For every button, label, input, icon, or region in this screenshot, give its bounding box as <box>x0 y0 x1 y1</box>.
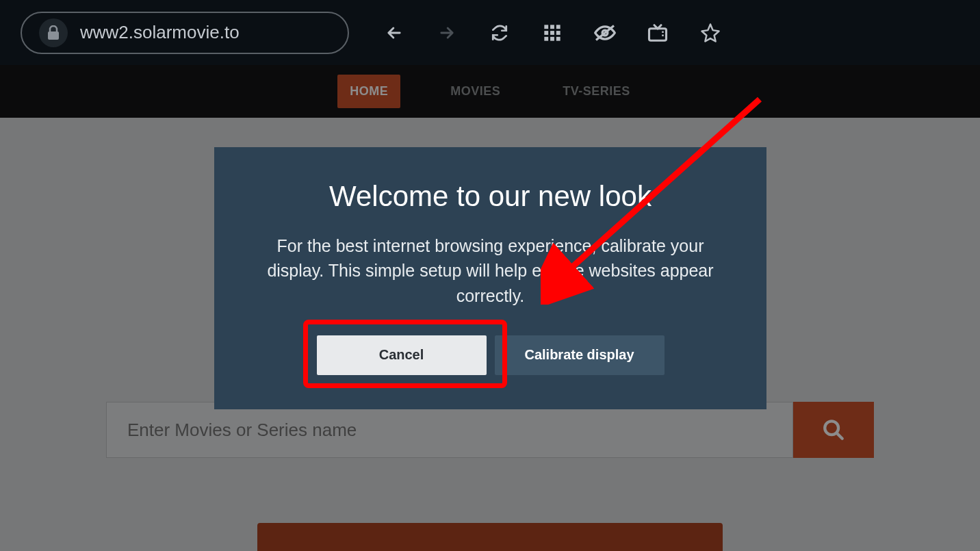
svg-rect-8 <box>550 36 554 40</box>
svg-rect-2 <box>550 25 554 29</box>
browser-toolbar: www2.solarmovie.to <box>0 0 980 65</box>
svg-rect-1 <box>544 25 548 29</box>
lock-icon <box>39 18 68 47</box>
reload-icon[interactable] <box>489 22 511 44</box>
cancel-button[interactable]: Cancel <box>317 335 487 375</box>
back-icon[interactable] <box>383 22 405 44</box>
nav-home[interactable]: HOME <box>337 75 400 108</box>
nav-tvseries[interactable]: TV-SERIES <box>550 75 643 108</box>
svg-line-16 <box>837 433 842 439</box>
search-button[interactable] <box>793 402 874 458</box>
forward-icon[interactable] <box>436 22 458 44</box>
site-nav: HOME MOVIES TV-SERIES <box>0 65 980 118</box>
svg-rect-7 <box>544 36 548 40</box>
modal-title: Welcome to our new look <box>242 180 739 213</box>
svg-rect-3 <box>556 25 560 29</box>
url-text: www2.solarmovie.to <box>80 22 240 43</box>
modal-buttons: Cancel Calibrate display <box>242 335 739 375</box>
tv-icon[interactable] <box>647 22 669 44</box>
calibration-modal: Welcome to our new look For the best int… <box>214 147 766 409</box>
search-row <box>106 402 874 458</box>
toolbar-icons <box>383 22 721 44</box>
svg-rect-4 <box>544 31 548 35</box>
search-icon <box>822 418 845 441</box>
url-bar[interactable]: www2.solarmovie.to <box>21 12 349 54</box>
nav-movies[interactable]: MOVIES <box>438 75 513 108</box>
modal-body: For the best internet browsing experienc… <box>242 233 739 308</box>
search-input[interactable] <box>106 402 793 458</box>
svg-rect-0 <box>48 31 59 40</box>
star-icon[interactable] <box>699 22 721 44</box>
svg-rect-5 <box>550 31 554 35</box>
svg-rect-6 <box>556 31 560 35</box>
cta-banner[interactable] <box>257 523 723 551</box>
grid-icon[interactable] <box>541 22 563 44</box>
svg-rect-9 <box>556 36 560 40</box>
calibrate-button[interactable]: Calibrate display <box>495 335 665 375</box>
eye-slash-icon[interactable] <box>594 22 616 44</box>
